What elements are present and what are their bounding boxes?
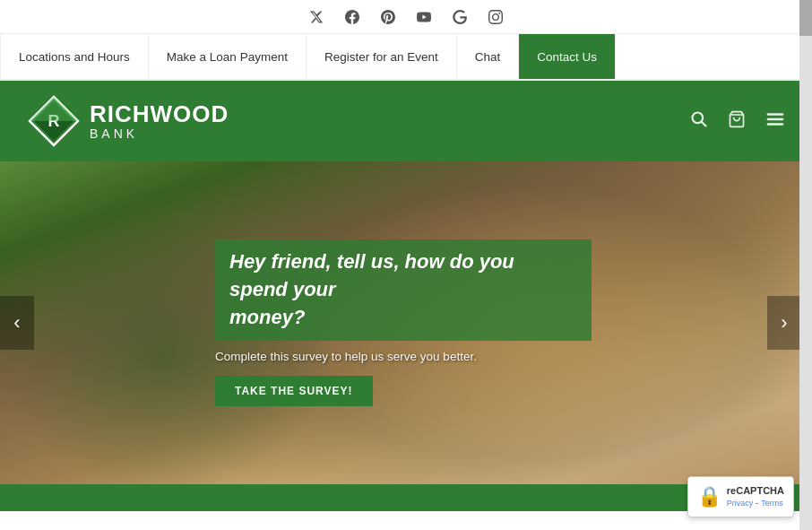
- recaptcha-text: reCAPTCHA Privacy - Terms: [727, 484, 784, 509]
- nav-bar: Locations and Hours Make a Loan Payment …: [0, 34, 812, 81]
- recaptcha-terms[interactable]: Terms: [761, 499, 783, 508]
- cart-icon[interactable]: [728, 110, 746, 133]
- logo-richwood: RICHWOOD: [90, 101, 229, 127]
- survey-button[interactable]: TAKE THE SURVEY!: [215, 376, 373, 406]
- recaptcha-logo: 🔒: [697, 485, 721, 508]
- hero-content: Hey friend, tell us, how do you spend yo…: [215, 239, 592, 405]
- nav-register-event[interactable]: Register for an Event: [307, 34, 457, 79]
- logo-diamond: R: [27, 94, 81, 148]
- hero-subtitle: Complete this survey to help us serve yo…: [215, 343, 592, 376]
- recaptcha-badge: 🔒 reCAPTCHA Privacy - Terms: [687, 476, 794, 511]
- youtube-icon[interactable]: [414, 7, 434, 27]
- nav-contact[interactable]: Contact Us: [519, 34, 616, 79]
- logo[interactable]: R RICHWOOD BANK: [27, 94, 229, 148]
- twitter-icon[interactable]: [307, 7, 326, 27]
- svg-marker-3: [30, 97, 78, 121]
- hero-section: ‹ Hey friend, tell us, how do you spend …: [0, 161, 812, 484]
- recaptcha-privacy[interactable]: Privacy: [727, 499, 754, 508]
- google-icon[interactable]: [450, 7, 470, 27]
- scrollbar-thumb[interactable]: [799, 0, 812, 36]
- menu-icon[interactable]: [765, 109, 785, 134]
- hero-title: Hey friend, tell us, how do you spend yo…: [215, 239, 592, 340]
- site-header: R RICHWOOD BANK: [0, 81, 812, 161]
- prev-slide-button[interactable]: ‹: [0, 296, 34, 350]
- facebook-icon[interactable]: [342, 7, 362, 27]
- nav-loan-payment[interactable]: Make a Loan Payment: [149, 34, 307, 79]
- next-slide-button[interactable]: ›: [767, 296, 801, 350]
- search-icon[interactable]: [690, 110, 708, 133]
- logo-text: RICHWOOD BANK: [90, 101, 229, 141]
- header-icons: [690, 109, 785, 134]
- nav-chat[interactable]: Chat: [457, 34, 520, 79]
- instagram-icon[interactable]: [486, 7, 505, 27]
- nav-locations[interactable]: Locations and Hours: [0, 34, 149, 79]
- scrollbar[interactable]: [799, 0, 812, 511]
- pinterest-icon[interactable]: [378, 7, 398, 27]
- social-bar: [0, 0, 812, 34]
- logo-bank: BANK: [90, 127, 229, 141]
